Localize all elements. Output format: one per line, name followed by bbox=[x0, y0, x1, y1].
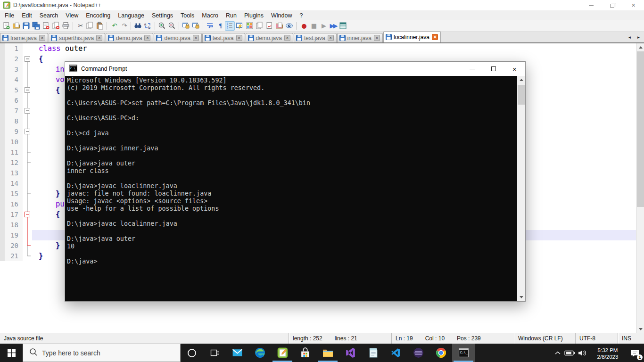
taskbar-app-cmd[interactable]: C:\_ bbox=[452, 344, 475, 362]
close-button[interactable]: × bbox=[623, 0, 644, 10]
taskbar-app-edge[interactable] bbox=[248, 344, 271, 362]
tab-close-icon[interactable]: × bbox=[144, 35, 150, 41]
menu-item-encoding[interactable]: Encoding bbox=[82, 11, 114, 20]
bookmark-margin[interactable] bbox=[0, 178, 5, 189]
fold-margin[interactable] bbox=[23, 147, 32, 157]
tab-demo.java[interactable]: demo.java× bbox=[246, 33, 293, 42]
find-icon[interactable] bbox=[133, 21, 143, 31]
bookmark-margin[interactable] bbox=[0, 74, 5, 85]
folder-workspace-icon[interactable] bbox=[274, 21, 284, 31]
bookmark-margin[interactable] bbox=[0, 116, 5, 126]
tab-scroll-right-button[interactable]: ► bbox=[635, 33, 642, 41]
tab-scroll-left-button[interactable]: ◄ bbox=[626, 33, 633, 41]
redo-icon[interactable]: ↷ bbox=[119, 21, 129, 31]
tab-superthis.java[interactable]: superthis.java× bbox=[49, 33, 105, 42]
tab-close-icon[interactable]: × bbox=[374, 35, 380, 41]
fold-margin[interactable] bbox=[23, 106, 32, 116]
tab-close-icon[interactable]: × bbox=[39, 35, 45, 41]
tab-demo.java[interactable]: demo.java× bbox=[106, 33, 153, 42]
menu-item-view[interactable]: View bbox=[62, 11, 82, 20]
menu-item-plugins[interactable]: Plugins bbox=[240, 11, 267, 20]
taskbar-app-file-explorer[interactable] bbox=[316, 344, 339, 362]
editor-line-1[interactable]: 1class outer bbox=[0, 43, 636, 54]
menu-item-tools[interactable]: Tools bbox=[177, 11, 198, 20]
cmd-close-button[interactable]: × bbox=[504, 62, 525, 76]
bookmark-margin[interactable] bbox=[0, 220, 5, 230]
action-center-button[interactable]: 1 bbox=[626, 344, 644, 362]
undo-icon[interactable]: ↶ bbox=[109, 21, 119, 31]
save-all-icon[interactable] bbox=[31, 21, 41, 31]
restore-button[interactable] bbox=[602, 0, 623, 10]
menu-item-run[interactable]: Run bbox=[222, 11, 240, 20]
volume-icon[interactable] bbox=[576, 344, 589, 362]
fold-margin[interactable] bbox=[23, 220, 32, 230]
scroll-up-icon[interactable] bbox=[636, 43, 644, 51]
bookmark-margin[interactable] bbox=[0, 137, 5, 147]
menu-item-[interactable]: ? bbox=[296, 11, 306, 20]
bookmark-margin[interactable] bbox=[0, 95, 5, 106]
save-icon[interactable] bbox=[21, 21, 31, 31]
fold-margin[interactable] bbox=[23, 157, 32, 168]
replace-icon[interactable]: ab bbox=[143, 21, 153, 31]
clock[interactable]: 5:32 PM2/8/2023 bbox=[589, 344, 626, 362]
fold-margin[interactable] bbox=[23, 240, 32, 251]
fold-margin[interactable] bbox=[23, 116, 32, 126]
fold-margin[interactable] bbox=[23, 54, 32, 64]
tray-chevron-up-icon[interactable] bbox=[552, 344, 564, 362]
show-all-chars-icon[interactable]: ¶ bbox=[215, 21, 225, 31]
macro-play-icon[interactable]: ▶ bbox=[318, 21, 328, 31]
sync-vertical-icon[interactable] bbox=[181, 21, 191, 31]
menu-item-file[interactable]: File bbox=[1, 11, 18, 20]
minimize-button[interactable] bbox=[580, 0, 602, 10]
bookmark-margin[interactable] bbox=[0, 106, 5, 116]
menu-item-macro[interactable]: Macro bbox=[198, 11, 222, 20]
start-button[interactable] bbox=[0, 344, 23, 362]
zoom-in-icon[interactable] bbox=[157, 21, 167, 31]
taskbar-app-chrome[interactable] bbox=[429, 344, 452, 362]
tab-close-icon[interactable]: × bbox=[328, 35, 334, 41]
tab-close-icon[interactable]: × bbox=[193, 35, 199, 41]
open-folder-icon[interactable] bbox=[11, 21, 21, 31]
menu-item-window[interactable]: Window bbox=[267, 11, 296, 20]
tab-close-icon[interactable]: × bbox=[284, 35, 290, 41]
tab-frame.java[interactable]: frame.java× bbox=[0, 33, 48, 42]
cmd-minimize-button[interactable] bbox=[462, 62, 483, 76]
cmd-title-bar[interactable]: C:\ Command Prompt × bbox=[65, 62, 525, 76]
cmd-console[interactable]: Microsoft Windows [Version 10.0.18363.59… bbox=[65, 76, 525, 301]
fold-margin[interactable] bbox=[23, 199, 32, 209]
menu-item-search[interactable]: Search bbox=[36, 11, 62, 20]
macro-save-icon[interactable] bbox=[338, 21, 348, 31]
zoom-out-icon[interactable] bbox=[167, 21, 177, 31]
macro-record-icon[interactable]: ● bbox=[298, 21, 308, 31]
fold-margin[interactable] bbox=[23, 43, 32, 54]
close-all-icon[interactable] bbox=[51, 21, 61, 31]
fold-margin[interactable] bbox=[23, 85, 32, 95]
cmd-scroll-up-icon[interactable] bbox=[517, 76, 525, 84]
view-eye-icon[interactable] bbox=[284, 21, 294, 31]
task-view-button[interactable] bbox=[203, 344, 226, 362]
tab-close-icon[interactable]: × bbox=[236, 35, 242, 41]
fold-margin[interactable] bbox=[23, 137, 32, 147]
bookmark-margin[interactable] bbox=[0, 199, 5, 209]
fold-margin[interactable] bbox=[23, 178, 32, 189]
fold-margin[interactable] bbox=[23, 168, 32, 178]
cut-icon[interactable]: ✂ bbox=[75, 21, 85, 31]
taskbar-app-notepad-plus-plus[interactable] bbox=[271, 344, 294, 362]
bookmark-margin[interactable] bbox=[0, 85, 5, 95]
paste-icon[interactable] bbox=[95, 21, 105, 31]
bookmark-margin[interactable] bbox=[0, 251, 5, 261]
tab-demo.java[interactable]: demo.java× bbox=[154, 33, 201, 42]
cmd-maximize-button[interactable] bbox=[483, 62, 504, 76]
new-file-icon[interactable] bbox=[1, 21, 11, 31]
function-list-icon[interactable] bbox=[235, 21, 245, 31]
editor-vertical-scrollbar[interactable] bbox=[636, 43, 644, 333]
bookmark-margin[interactable] bbox=[0, 230, 5, 240]
cmd-vertical-scrollbar[interactable] bbox=[517, 76, 525, 301]
taskbar-app-eclipse[interactable] bbox=[407, 344, 429, 362]
indent-guide-icon[interactable] bbox=[225, 21, 235, 31]
macro-stop-icon[interactable]: ■ bbox=[308, 21, 318, 31]
bookmark-margin[interactable] bbox=[0, 168, 5, 178]
cmd-scroll-down-icon[interactable] bbox=[517, 293, 525, 301]
tab-close-icon[interactable]: × bbox=[96, 35, 102, 41]
tab-test.java[interactable]: test.java× bbox=[202, 33, 245, 42]
